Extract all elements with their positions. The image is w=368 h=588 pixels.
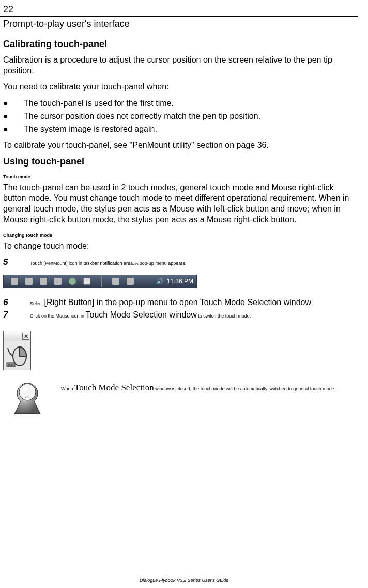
step-6: 6 Select [Right Button] in the pop-up me… [0,297,358,308]
svg-rect-2 [7,363,15,367]
touch-mode-window-screenshot: ✕ [3,331,31,370]
close-icon: ✕ [22,333,29,340]
tray-icon [83,278,90,285]
tray-icon [54,278,62,285]
tray-icon [25,278,33,285]
list-item-text: The system image is restored again. [24,123,157,136]
step-7: 7 Click on the Mouse icon in Touch Mode … [0,310,358,321]
list-item-text: The cursor position does not correctly m… [24,110,260,123]
svg-point-7 [19,384,36,400]
step-5: 5 Touch [PenMount] icon in taskbar notif… [0,257,358,267]
lightbulb-icon [9,381,45,417]
window-titlebar: ✕ [4,331,30,341]
paragraph: You need to calibrate your touch-panel w… [0,82,358,93]
tray-icon [11,278,18,285]
step-text: Click on the Mouse icon in Touch Mode Se… [30,310,251,321]
paragraph: To calibrate your touch-panel, see "PenM… [0,140,358,151]
page-number: 22 [0,4,358,15]
header-rule [0,16,358,17]
paragraph: Calibration is a procedure to adjust the… [0,55,358,77]
svg-point-8 [22,387,27,392]
subheading-changing: Changing touch mode [0,233,358,238]
subheading-touch-mode: Touch mode [0,174,358,179]
page-footer: Dialogue Flybook V33i Series User's Guid… [0,578,368,583]
note-text: When Touch Mode Selection window is clos… [61,381,335,393]
volume-icon: 🔊 [156,278,164,285]
tray-icon [69,278,76,285]
tray-icon [112,278,119,285]
taskbar-clock: 🔊 11:36 PM [156,278,193,285]
step-number: 5 [3,257,30,267]
list-item-text: The touch-panel is used for the first ti… [24,97,174,110]
clock-text: 11:36 PM [167,278,193,285]
mouse-icon [6,343,28,368]
list-item: ●The touch-panel is used for the first t… [3,97,358,110]
step-text: Touch [PenMount] icon in taskbar notific… [30,261,186,267]
paragraph: The touch-panel can be used in 2 touch m… [0,183,358,225]
step-number: 7 [3,310,30,320]
tray-icon [127,278,134,285]
chapter-title: Prompt-to-play user's interface [0,19,358,29]
tray-icon [40,278,47,285]
separator [101,276,102,287]
heading-calibrating: Calibrating touch-panel [0,39,358,50]
step-text: Select [Right Button] in the pop-up menu… [30,297,313,308]
note-box: When Touch Mode Selection window is clos… [0,381,358,417]
paragraph: To change touch mode: [0,241,358,252]
taskbar-screenshot: 🔊 11:36 PM [3,275,197,288]
list-item: ●The cursor position does not correctly … [3,110,358,123]
bullet-list: ●The touch-panel is used for the first t… [0,97,358,135]
step-number: 6 [3,297,30,308]
list-item: ●The system image is restored again. [3,123,358,136]
heading-using: Using touch-panel [0,156,358,167]
